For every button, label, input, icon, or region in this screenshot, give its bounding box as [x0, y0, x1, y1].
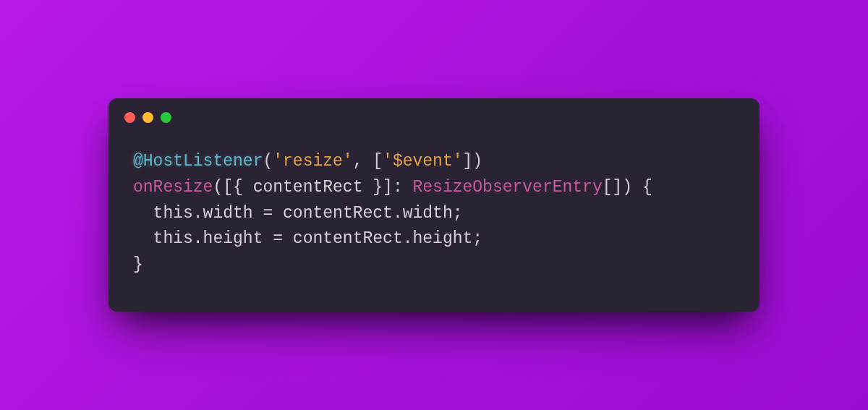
- punct-token: ]): [463, 152, 483, 171]
- punct-token: ;: [453, 204, 463, 223]
- window-titlebar: [109, 98, 760, 136]
- code-window: @HostListener('resize', ['$event']) onRe…: [109, 98, 760, 311]
- operator-token: =: [263, 229, 292, 248]
- string-token: '$event': [383, 152, 462, 171]
- identifier-token: contentRect.height: [293, 229, 472, 248]
- identifier-token: this.width: [153, 204, 253, 223]
- decorator-token: @HostListener: [133, 152, 263, 171]
- punct-token: ([{: [213, 178, 252, 197]
- punct-token: }]:: [362, 178, 412, 197]
- operator-token: =: [253, 204, 283, 223]
- identifier-token: contentRect.width: [283, 204, 453, 223]
- punct-token: []: [603, 178, 623, 197]
- code-line-2: onResize([{ contentRect }]: ResizeObserv…: [133, 178, 652, 197]
- window-minimize-icon[interactable]: [142, 112, 153, 123]
- code-block: @HostListener('resize', ['$event']) onRe…: [109, 136, 760, 311]
- punct-token: ;: [472, 229, 482, 248]
- string-token: 'resize': [273, 152, 352, 171]
- punct-token: ) {: [622, 178, 652, 197]
- code-line-3: this.width = contentRect.width;: [133, 204, 463, 223]
- code-line-5: }: [133, 255, 143, 274]
- identifier-token: this.height: [153, 229, 263, 248]
- punct-token: (: [263, 152, 273, 171]
- punct-token: }: [133, 255, 143, 274]
- type-token: ResizeObserverEntry: [412, 178, 602, 197]
- code-line-4: this.height = contentRect.height;: [133, 229, 482, 248]
- indent: [133, 229, 153, 248]
- punct-token: , [: [353, 152, 383, 171]
- window-close-icon[interactable]: [124, 112, 135, 123]
- code-line-1: @HostListener('resize', ['$event']): [133, 152, 482, 171]
- indent: [133, 204, 153, 223]
- function-name-token: onResize: [133, 178, 213, 197]
- identifier-token: contentRect: [253, 178, 363, 197]
- window-zoom-icon[interactable]: [161, 112, 171, 123]
